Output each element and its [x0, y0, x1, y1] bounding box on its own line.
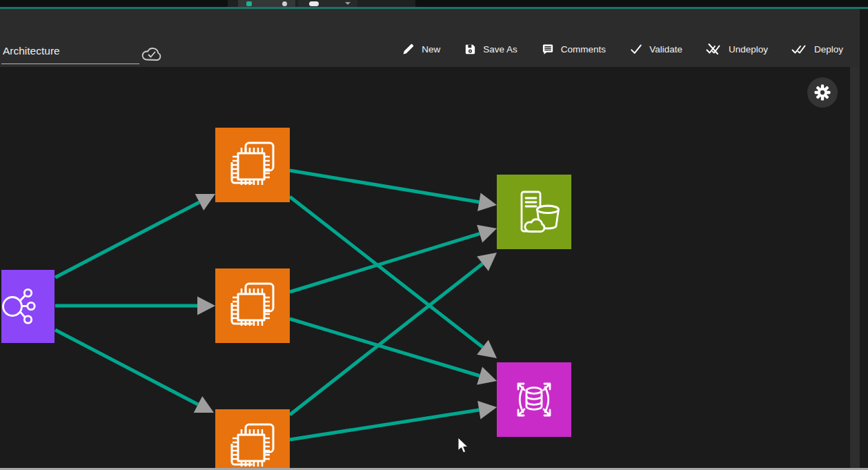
arrowhead-icon — [477, 225, 497, 243]
toolbar-button-undeploy[interactable]: Undeploy — [704, 39, 769, 59]
edge-compute-1-to-storage[interactable] — [290, 170, 497, 211]
diagram-canvas[interactable] — [0, 67, 850, 468]
edge-compute-2-to-storage[interactable] — [290, 225, 497, 292]
toolbar-button-deploy[interactable]: Deploy — [790, 39, 845, 59]
node-storage[interactable] — [497, 175, 571, 249]
undeploy-icon — [706, 42, 722, 56]
node-database[interactable] — [497, 362, 571, 437]
tab-favicon — [309, 1, 319, 6]
edge-load-balancer-to-compute-1[interactable] — [55, 194, 215, 277]
toolbar-button-save-as[interactable]: Save As — [462, 40, 519, 59]
gear-icon — [813, 84, 831, 101]
toolbar-button-comments[interactable]: Comments — [540, 40, 607, 59]
toolbar-button-new[interactable]: New — [400, 39, 442, 59]
toolbar-button-label: New — [422, 44, 440, 55]
edge-compute-2-to-database[interactable] — [290, 319, 497, 385]
browser-tab-stub-active[interactable] — [238, 0, 295, 7]
toolbar-button-label: Save As — [483, 44, 517, 55]
browser-tab-stub-inactive[interactable] — [298, 0, 357, 7]
toolbar-button-label: Validate — [649, 44, 682, 55]
comments-icon — [541, 43, 555, 56]
app-header: NewSave AsCommentsValidateUndeployDeploy — [0, 9, 868, 67]
tab-favicon-secondary — [282, 1, 287, 6]
architecture-diagram — [0, 67, 850, 468]
node-compute-3[interactable] — [215, 409, 290, 468]
vertical-scrollbar-track[interactable] — [850, 67, 860, 468]
arrowhead-icon — [477, 367, 497, 385]
toolbar-button-validate[interactable]: Validate — [628, 40, 684, 58]
arrowhead-icon — [477, 193, 497, 211]
right-window-margin — [860, 9, 868, 468]
deploy-icon — [791, 42, 808, 56]
check-icon — [629, 43, 643, 55]
tab-favicon — [246, 1, 252, 6]
arrowhead-icon — [477, 340, 497, 358]
edge-load-balancer-to-compute-2[interactable] — [55, 297, 215, 315]
save-icon — [464, 43, 477, 56]
node-load-balancer[interactable] — [1, 270, 55, 343]
diagram-title-input[interactable] — [1, 43, 139, 64]
node-compute-1[interactable] — [215, 128, 290, 202]
chevron-down-icon — [345, 2, 351, 5]
arrowhead-icon — [477, 401, 497, 420]
arrowhead-icon — [197, 297, 215, 315]
cloud-check-icon — [141, 45, 163, 63]
arrowhead-icon — [477, 253, 497, 271]
toolbar: NewSave AsCommentsValidateUndeployDeploy — [400, 39, 845, 59]
edge-compute-3-to-database[interactable] — [290, 401, 497, 440]
node-compute-2[interactable] — [215, 268, 290, 343]
edge-load-balancer-to-compute-3[interactable] — [55, 330, 214, 413]
canvas-settings-button[interactable] — [807, 77, 838, 108]
pencil-icon — [402, 42, 415, 56]
toolbar-button-label: Comments — [561, 44, 606, 55]
browser-tab-strip — [0, 0, 868, 7]
toolbar-button-label: Undeploy — [729, 44, 768, 55]
toolbar-button-label: Deploy — [814, 44, 843, 55]
